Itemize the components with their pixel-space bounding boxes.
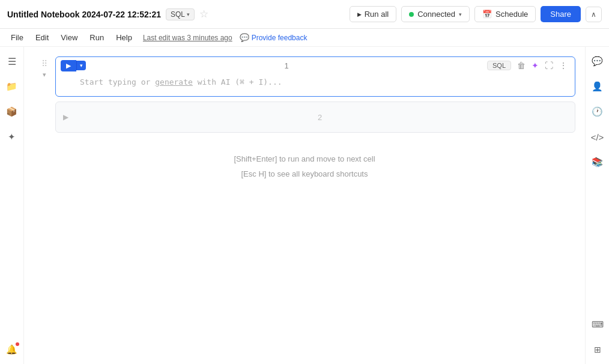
cell-1-gutter: ⠿ ▾ <box>34 56 55 79</box>
cell-1-body[interactable]: Start typing or generate with AI (⌘ + I)… <box>56 74 575 96</box>
run-all-label: Run all <box>365 10 389 19</box>
main-area: ☰ 📁 📦 ✦ 🔔 ⠿ ▾ <box>0 47 609 364</box>
star-icon[interactable]: ☆ <box>199 8 208 20</box>
calendar-icon: 📅 <box>482 10 492 19</box>
cell-type-sql-badge: SQL <box>487 61 511 70</box>
notebook-icon: ☰ <box>8 56 16 67</box>
collapse-icon: ∧ <box>591 10 596 19</box>
menu-view[interactable]: View <box>55 31 83 44</box>
library-icon: 📚 <box>592 157 603 168</box>
generate-link[interactable]: generate <box>155 77 193 86</box>
connected-label: Connected <box>417 10 455 19</box>
expand-cell-1-button[interactable]: ⛶ <box>542 59 556 71</box>
last-edit[interactable]: Last edit was 3 minutes ago <box>143 34 232 42</box>
sidebar-bottom-area: 🔔 <box>4 341 20 358</box>
sparkle-icon: ✦ <box>8 132 16 142</box>
folder-icon: 📁 <box>6 81 17 92</box>
schedule-label: Schedule <box>495 10 528 19</box>
run-cell-2-button[interactable]: ▶ <box>63 113 68 121</box>
cell-2-wrapper: ▶ 2 <box>24 102 585 133</box>
schedule-button[interactable]: 📅 Schedule <box>474 6 536 22</box>
cell-1-wrapper: ⠿ ▾ ▶ ▾ 1 SQL 🗑 ✦ <box>24 56 585 97</box>
layout-icon: ⊞ <box>594 345 601 354</box>
menu-file[interactable]: File <box>5 31 29 44</box>
run-btn-group: ▶ ▾ <box>61 60 86 71</box>
speech-bubble-icon: 💬 <box>240 33 249 42</box>
menu-edit[interactable]: Edit <box>29 31 55 44</box>
sql-type-badge[interactable]: SQL ▾ <box>166 8 195 20</box>
cell-2-header: ▶ 2 <box>56 102 575 132</box>
run-dropdown-button[interactable]: ▾ <box>76 61 86 70</box>
menubar: File Edit View Run Help Last edit was 3 … <box>0 29 609 47</box>
share-button[interactable]: Share <box>541 6 581 22</box>
sidebar-icon-ai[interactable]: ✦ <box>4 129 20 145</box>
user-icon: 👤 <box>592 81 603 92</box>
hint-line-2: [Esc H] to see all keyboard shortcuts <box>38 167 571 182</box>
play-icon: ▶ <box>66 62 71 70</box>
chevron-down-icon: ▾ <box>187 11 190 17</box>
feedback-label: Provide feedback <box>252 34 308 42</box>
cell-1: ▶ ▾ 1 SQL 🗑 ✦ ⛶ ⋮ Start typing or ge <box>55 56 575 97</box>
run-cell-1-button[interactable]: ▶ <box>61 60 76 71</box>
sql-badge-label: SQL <box>171 10 185 19</box>
feedback-link[interactable]: 💬 Provide feedback <box>240 33 308 42</box>
code-icon: </> <box>591 132 604 142</box>
right-sidebar-icon-comments[interactable]: 💬 <box>589 53 606 70</box>
bell-icon: 🔔 <box>6 344 17 355</box>
collapse-button[interactable]: ∧ <box>586 7 602 22</box>
connected-button[interactable]: Connected ▾ <box>401 6 470 22</box>
run-all-button[interactable]: ▶ Run all <box>350 6 396 22</box>
comment-icon: 💬 <box>592 56 603 67</box>
cell-1-header: ▶ ▾ 1 SQL 🗑 ✦ ⛶ ⋮ <box>56 57 575 74</box>
hint-line-1: [Shift+Enter] to run and move to next ce… <box>38 152 571 167</box>
sidebar-icon-files[interactable]: 📁 <box>4 78 20 95</box>
right-sidebar-bottom: ⌨ ⊞ <box>589 316 606 358</box>
left-sidebar: ☰ 📁 📦 ✦ 🔔 <box>0 47 24 364</box>
menu-run[interactable]: Run <box>83 31 110 44</box>
topbar: Untitled Notebook 2024-07-22 12:52:21 SQ… <box>0 0 609 29</box>
right-sidebar-icon-keyboard[interactable]: ⌨ <box>589 316 606 333</box>
delete-cell-1-button[interactable]: 🗑 <box>515 59 528 71</box>
connected-dot-icon <box>409 12 414 17</box>
right-sidebar-icon-code[interactable]: </> <box>589 129 606 145</box>
cell-collapse-icon[interactable]: ▾ <box>43 71 46 79</box>
history-icon: 🕐 <box>592 106 603 117</box>
right-sidebar-icon-view[interactable]: ⊞ <box>589 341 606 358</box>
sidebar-icon-notification[interactable]: 🔔 <box>4 341 20 358</box>
title-area: Untitled Notebook 2024-07-22 12:52:21 SQ… <box>7 8 345 20</box>
sidebar-icon-packages[interactable]: 📦 <box>4 103 20 120</box>
package-icon: 📦 <box>6 106 17 117</box>
cell-2-gutter <box>34 102 55 104</box>
share-label: Share <box>550 10 571 19</box>
right-sidebar-icon-history[interactable]: 🕐 <box>589 103 606 120</box>
cell-2[interactable]: ▶ 2 <box>55 102 575 133</box>
ai-assist-cell-1-button[interactable]: ✦ <box>529 59 541 71</box>
right-sidebar-icon-user[interactable]: 👤 <box>589 78 606 95</box>
more-options-cell-1-button[interactable]: ⋮ <box>557 59 570 71</box>
notebook-content: ⠿ ▾ ▶ ▾ 1 SQL 🗑 ✦ <box>24 47 585 364</box>
sidebar-icon-notebook[interactable]: ☰ <box>4 53 20 70</box>
drag-handle-icon[interactable]: ⠿ <box>41 59 47 68</box>
right-sidebar-icon-library[interactable]: 📚 <box>589 154 606 171</box>
chevron-down-icon: ▾ <box>459 11 462 17</box>
keyboard-hints: [Shift+Enter] to run and move to next ce… <box>24 138 585 196</box>
cell-1-number: 1 <box>89 61 483 70</box>
right-sidebar: 💬 👤 🕐 </> 📚 ⌨ ⊞ <box>585 47 609 364</box>
play-icon: ▶ <box>357 11 362 17</box>
cell-1-actions: 🗑 ✦ ⛶ ⋮ <box>515 59 570 71</box>
notebook-title: Untitled Notebook 2024-07-22 12:52:21 <box>7 10 161 19</box>
shortcut-hint: (⌘ + I)... <box>235 77 282 86</box>
cell-2-number: 2 <box>72 113 568 122</box>
keyboard-icon: ⌨ <box>592 320 604 329</box>
menu-help[interactable]: Help <box>110 31 138 44</box>
topbar-actions: ▶ Run all Connected ▾ 📅 Schedule Share ∧ <box>350 6 602 22</box>
